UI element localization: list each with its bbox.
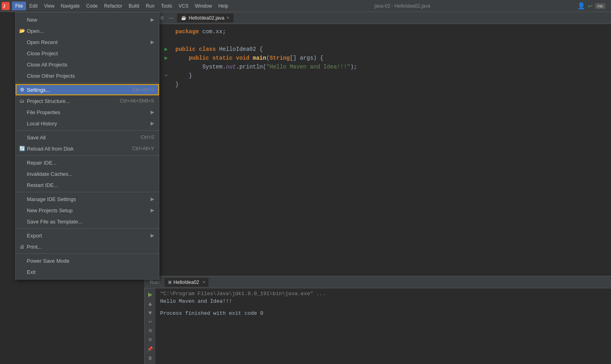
menu-build[interactable]: Build: [125, 2, 143, 10]
menu-item-invalidate-caches[interactable]: Invalidate Caches...: [16, 168, 159, 179]
menu-file[interactable]: File: [12, 2, 26, 10]
power-save-icon: [19, 257, 25, 264]
wrap-icon[interactable]: ↩: [146, 318, 154, 326]
trash-icon[interactable]: 🗑: [146, 354, 154, 362]
open-recent-icon: [19, 39, 25, 45]
run-output-line-2: Hello Maven and Idea!!!: [160, 298, 606, 304]
menu-item-settings-label: Settings...: [27, 87, 132, 93]
menu-item-open[interactable]: 📂 Open...: [16, 25, 159, 36]
separator-4: [16, 192, 159, 192]
navigate-back-icon[interactable]: ↩: [588, 3, 593, 9]
menu-item-save-all[interactable]: Save All Ctrl+S: [16, 132, 159, 143]
menu-item-print[interactable]: 🖨 Print...: [16, 241, 159, 252]
gutter-1: [160, 27, 172, 36]
restart-ide-icon: [19, 182, 25, 188]
menu-item-new[interactable]: New ▶: [16, 14, 159, 25]
settings-run-icon[interactable]: ⚙: [146, 336, 154, 344]
editor-tab-helloidea02[interactable]: ☕ HelloIdea02.java ✕: [177, 14, 233, 22]
menu-item-export-label: Export: [27, 233, 151, 239]
invalidate-caches-icon: [19, 171, 25, 177]
editor-toolbar: ⚙ — ☕ HelloIdea02.java ✕: [144, 12, 611, 24]
separator-6: [16, 253, 159, 254]
menu-item-restart-ide[interactable]: Restart IDE...: [16, 179, 159, 191]
gutter-5: [160, 62, 172, 71]
menu-refactor[interactable]: Refactor: [101, 2, 125, 10]
run-tab-close[interactable]: ✕: [202, 280, 205, 284]
pin-icon[interactable]: 📌: [146, 345, 154, 353]
menu-item-local-history[interactable]: Local History ▶: [16, 118, 159, 129]
scroll-up-icon[interactable]: ▲: [146, 300, 154, 308]
menu-item-close-project[interactable]: Close Project: [16, 48, 159, 59]
project-structure-shortcut: Ctrl+Alt+Shift+S: [120, 98, 154, 104]
manage-ide-arrow: ▶: [151, 196, 154, 202]
minimize-icon[interactable]: —: [167, 14, 175, 22]
reload-all-shortcut: Ctrl+Alt+Y: [132, 146, 154, 151]
menu-item-export[interactable]: Export ▶: [16, 230, 159, 241]
save-all-shortcut: Ctrl+S: [141, 135, 154, 140]
code-line-1: package com.xx;: [175, 27, 611, 36]
code-line-5: System.out.println("Hello Maven and Idea…: [175, 62, 611, 71]
menu-item-close-all-projects[interactable]: Close All Projects: [16, 59, 159, 70]
scroll-down-icon[interactable]: ▼: [146, 309, 154, 316]
menu-view[interactable]: View: [41, 2, 58, 10]
menu-item-settings[interactable]: ⚙ Settings... Ctrl+Alt+S: [16, 84, 159, 95]
new-icon: [19, 16, 25, 23]
export-arrow: ▶: [151, 233, 154, 238]
menu-item-exit[interactable]: Exit: [16, 266, 159, 278]
menu-code[interactable]: Code: [83, 2, 101, 10]
gutter-2: [160, 36, 172, 45]
menu-item-invalidate-caches-label: Invalidate Caches...: [27, 171, 154, 177]
gutter-3[interactable]: ▶: [160, 45, 172, 54]
menu-item-local-history-label: Local History: [27, 121, 151, 127]
account-icon[interactable]: 👤: [577, 2, 585, 10]
bottom-panel: Run: ▣ HelloIdea02 ✕ ▶ ▲ ▼ ↩ ⊞ ⚙ 📌 🗑: [144, 276, 611, 364]
bottom-layout: ▶ ▲ ▼ ↩ ⊞ ⚙ 📌 🗑 "C:\Program Files\Java\j…: [144, 288, 611, 364]
close-all-icon: [19, 61, 25, 68]
menu-item-new-projects-setup[interactable]: New Projects Setup ▶: [16, 205, 159, 216]
save-all-icon: [19, 134, 25, 141]
menu-item-file-properties[interactable]: File Properties ▶: [16, 107, 159, 118]
menu-run[interactable]: Run: [143, 2, 158, 10]
gutter-4[interactable]: ▶: [160, 54, 172, 62]
menu-help[interactable]: Help: [215, 2, 231, 10]
open-icon: 📂: [19, 28, 25, 34]
code-lines[interactable]: package com.xx; public class HelloIdea02…: [172, 27, 611, 273]
menu-item-project-structure[interactable]: 🗂 Project Structure... Ctrl+Alt+Shift+S: [16, 95, 159, 107]
reload-all-icon: 🔄: [19, 145, 25, 152]
local-history-arrow: ▶: [151, 121, 154, 126]
menubar: J File Edit View Navigate Code Refactor …: [0, 0, 611, 12]
code-line-8: [175, 89, 611, 98]
menu-item-open-recent[interactable]: Open Recent ▶: [16, 36, 159, 48]
menu-item-save-file-template[interactable]: Save File as Template...: [16, 216, 159, 227]
gutter-6[interactable]: ▭: [160, 71, 172, 80]
bottom-tabs: Run: ▣ HelloIdea02 ✕: [144, 276, 611, 288]
menu-window[interactable]: Window: [192, 2, 215, 10]
editor-area: 1 2 3 4 5 6 7 8 ▶ ▶ ▭: [144, 24, 611, 276]
run-tab-helloidea02[interactable]: ▣ HelloIdea02 ✕: [165, 278, 209, 287]
code-container[interactable]: 1 2 3 4 5 6 7 8 ▶ ▶ ▭: [144, 24, 611, 276]
menu-item-manage-ide-settings[interactable]: Manage IDE Settings ▶: [16, 193, 159, 205]
menu-tools[interactable]: Tools: [158, 2, 175, 10]
project-structure-icon: 🗂: [19, 98, 25, 104]
window-title: java-02 - HelloIdea02.java: [374, 3, 434, 9]
menu-item-repair-ide[interactable]: Repair IDE...: [16, 157, 159, 168]
filter-icon[interactable]: ⊞: [146, 327, 154, 335]
menubar-right-icons: 👤 ↩ He: [577, 2, 609, 10]
help-badge[interactable]: He: [595, 3, 605, 9]
run-action-icon[interactable]: ▶: [146, 291, 154, 298]
menu-item-manage-ide-label: Manage IDE Settings: [27, 196, 151, 202]
menu-item-new-projects-label: New Projects Setup: [27, 207, 151, 213]
menu-edit[interactable]: Edit: [26, 2, 41, 10]
menu-vcs[interactable]: VCS: [175, 2, 192, 10]
tab-close-button[interactable]: ✕: [226, 16, 229, 20]
export-icon: [19, 232, 25, 239]
menu-item-reload-all-label: Reload All from Disk: [27, 146, 132, 152]
menu-item-close-other-projects[interactable]: Close Other Projects: [16, 70, 159, 81]
close-other-icon: [19, 72, 25, 79]
menu-item-power-save-mode[interactable]: Power Save Mode: [16, 255, 159, 266]
settings-shortcut: Ctrl+Alt+S: [132, 87, 154, 93]
new-projects-icon: [19, 207, 25, 213]
code-line-7: }: [175, 80, 611, 89]
menu-item-reload-all[interactable]: 🔄 Reload All from Disk Ctrl+Alt+Y: [16, 143, 159, 154]
menu-navigate[interactable]: Navigate: [58, 2, 83, 10]
